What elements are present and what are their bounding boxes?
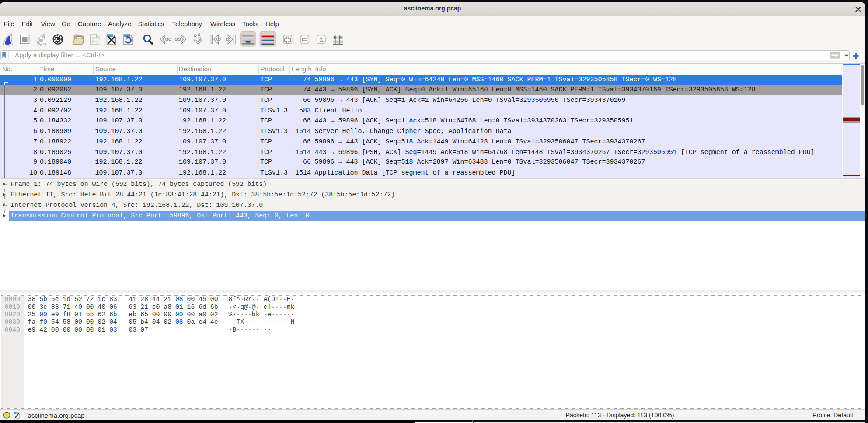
svg-text:0111: 0111 bbox=[91, 42, 98, 45]
svg-text:1: 1 bbox=[320, 36, 324, 43]
